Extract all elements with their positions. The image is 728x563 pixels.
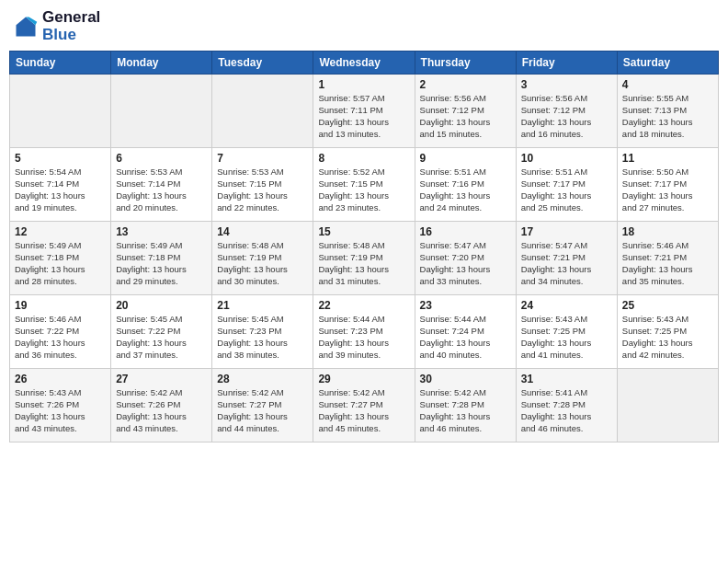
calendar-table: SundayMondayTuesdayWednesdayThursdayFrid… (9, 51, 719, 442)
calendar-week-row: 5Sunrise: 5:54 AMSunset: 7:14 PMDaylight… (10, 148, 719, 222)
calendar-cell: 14Sunrise: 5:48 AMSunset: 7:19 PMDayligh… (212, 222, 313, 295)
calendar-header-row: SundayMondayTuesdayWednesdayThursdayFrid… (10, 52, 719, 75)
calendar-cell: 29Sunrise: 5:42 AMSunset: 7:27 PMDayligh… (313, 369, 415, 442)
day-info: Sunrise: 5:49 AMSunset: 7:18 PMDaylight:… (116, 240, 207, 287)
page-header: General Blue (9, 9, 719, 43)
weekday-header: Wednesday (313, 52, 415, 75)
day-info: Sunrise: 5:47 AMSunset: 7:21 PMDaylight:… (521, 240, 612, 287)
calendar-cell: 21Sunrise: 5:45 AMSunset: 7:23 PMDayligh… (212, 295, 313, 369)
calendar-cell: 23Sunrise: 5:44 AMSunset: 7:24 PMDayligh… (415, 295, 516, 369)
day-number: 16 (420, 225, 511, 238)
weekday-header: Sunday (10, 52, 111, 75)
day-info: Sunrise: 5:51 AMSunset: 7:17 PMDaylight:… (521, 167, 612, 213)
day-number: 26 (15, 373, 106, 385)
calendar-cell: 8Sunrise: 5:52 AMSunset: 7:15 PMDaylight… (313, 148, 415, 222)
calendar-cell: 13Sunrise: 5:49 AMSunset: 7:18 PMDayligh… (111, 222, 212, 295)
calendar-week-row: 19Sunrise: 5:46 AMSunset: 7:22 PMDayligh… (10, 295, 719, 369)
day-info: Sunrise: 5:43 AMSunset: 7:25 PMDaylight:… (521, 314, 612, 361)
day-info: Sunrise: 5:54 AMSunset: 7:14 PMDaylight:… (15, 167, 106, 213)
calendar-cell: 15Sunrise: 5:48 AMSunset: 7:19 PMDayligh… (313, 222, 415, 295)
day-number: 13 (116, 225, 207, 238)
calendar-cell: 31Sunrise: 5:41 AMSunset: 7:28 PMDayligh… (516, 369, 617, 442)
logo-icon (13, 14, 39, 40)
calendar-cell: 5Sunrise: 5:54 AMSunset: 7:14 PMDaylight… (10, 148, 111, 222)
day-number: 24 (521, 299, 612, 312)
calendar-cell: 24Sunrise: 5:43 AMSunset: 7:25 PMDayligh… (516, 295, 617, 369)
day-number: 29 (318, 373, 409, 385)
day-info: Sunrise: 5:42 AMSunset: 7:27 PMDaylight:… (217, 387, 308, 434)
calendar-cell: 22Sunrise: 5:44 AMSunset: 7:23 PMDayligh… (313, 295, 415, 369)
logo: General Blue (13, 9, 100, 43)
day-info: Sunrise: 5:57 AMSunset: 7:11 PMDaylight:… (318, 93, 409, 140)
calendar-cell: 17Sunrise: 5:47 AMSunset: 7:21 PMDayligh… (516, 222, 617, 295)
calendar-week-row: 26Sunrise: 5:43 AMSunset: 7:26 PMDayligh… (10, 369, 719, 442)
calendar-cell: 4Sunrise: 5:55 AMSunset: 7:13 PMDaylight… (617, 75, 718, 148)
calendar-cell: 19Sunrise: 5:46 AMSunset: 7:22 PMDayligh… (10, 295, 111, 369)
calendar-cell: 25Sunrise: 5:43 AMSunset: 7:25 PMDayligh… (617, 295, 718, 369)
calendar-cell: 10Sunrise: 5:51 AMSunset: 7:17 PMDayligh… (516, 148, 617, 222)
calendar-cell: 26Sunrise: 5:43 AMSunset: 7:26 PMDayligh… (10, 369, 111, 442)
calendar-cell: 11Sunrise: 5:50 AMSunset: 7:17 PMDayligh… (617, 148, 718, 222)
day-info: Sunrise: 5:42 AMSunset: 7:27 PMDaylight:… (318, 387, 409, 434)
day-info: Sunrise: 5:56 AMSunset: 7:12 PMDaylight:… (521, 93, 612, 140)
day-info: Sunrise: 5:41 AMSunset: 7:28 PMDaylight:… (521, 387, 612, 434)
day-number: 2 (420, 78, 511, 91)
day-number: 23 (420, 299, 511, 312)
day-number: 3 (521, 78, 612, 91)
day-info: Sunrise: 5:53 AMSunset: 7:15 PMDaylight:… (217, 167, 308, 213)
calendar-week-row: 12Sunrise: 5:49 AMSunset: 7:18 PMDayligh… (10, 222, 719, 295)
day-info: Sunrise: 5:45 AMSunset: 7:22 PMDaylight:… (116, 314, 207, 361)
day-number: 4 (622, 78, 713, 91)
day-number: 6 (116, 152, 207, 165)
weekday-header: Saturday (617, 52, 718, 75)
weekday-header: Monday (111, 52, 212, 75)
day-number: 30 (420, 373, 511, 385)
day-info: Sunrise: 5:48 AMSunset: 7:19 PMDaylight:… (318, 240, 409, 287)
day-number: 18 (622, 225, 713, 238)
calendar-cell: 2Sunrise: 5:56 AMSunset: 7:12 PMDaylight… (415, 75, 516, 148)
calendar-cell: 30Sunrise: 5:42 AMSunset: 7:28 PMDayligh… (415, 369, 516, 442)
day-info: Sunrise: 5:45 AMSunset: 7:23 PMDaylight:… (217, 314, 308, 361)
calendar-week-row: 1Sunrise: 5:57 AMSunset: 7:11 PMDaylight… (10, 75, 719, 148)
calendar-cell: 20Sunrise: 5:45 AMSunset: 7:22 PMDayligh… (111, 295, 212, 369)
day-info: Sunrise: 5:42 AMSunset: 7:28 PMDaylight:… (420, 387, 511, 434)
calendar-cell: 1Sunrise: 5:57 AMSunset: 7:11 PMDaylight… (313, 75, 415, 148)
day-number: 10 (521, 152, 612, 165)
calendar-cell: 3Sunrise: 5:56 AMSunset: 7:12 PMDaylight… (516, 75, 617, 148)
day-info: Sunrise: 5:44 AMSunset: 7:23 PMDaylight:… (318, 314, 409, 361)
weekday-header: Thursday (415, 52, 516, 75)
day-info: Sunrise: 5:44 AMSunset: 7:24 PMDaylight:… (420, 314, 511, 361)
day-info: Sunrise: 5:43 AMSunset: 7:25 PMDaylight:… (622, 314, 713, 361)
day-info: Sunrise: 5:50 AMSunset: 7:17 PMDaylight:… (622, 167, 713, 213)
day-info: Sunrise: 5:52 AMSunset: 7:15 PMDaylight:… (318, 167, 409, 213)
day-info: Sunrise: 5:56 AMSunset: 7:12 PMDaylight:… (420, 93, 511, 140)
day-number: 27 (116, 373, 207, 385)
calendar-cell: 6Sunrise: 5:53 AMSunset: 7:14 PMDaylight… (111, 148, 212, 222)
day-info: Sunrise: 5:46 AMSunset: 7:22 PMDaylight:… (15, 314, 106, 361)
day-number: 12 (15, 225, 106, 238)
calendar-cell: 28Sunrise: 5:42 AMSunset: 7:27 PMDayligh… (212, 369, 313, 442)
day-number: 5 (15, 152, 106, 165)
weekday-header: Friday (516, 52, 617, 75)
calendar-cell (111, 75, 212, 148)
calendar-cell: 7Sunrise: 5:53 AMSunset: 7:15 PMDaylight… (212, 148, 313, 222)
day-number: 9 (420, 152, 511, 165)
day-info: Sunrise: 5:51 AMSunset: 7:16 PMDaylight:… (420, 167, 511, 213)
day-number: 15 (318, 225, 409, 238)
day-number: 7 (217, 152, 308, 165)
weekday-header: Tuesday (212, 52, 313, 75)
calendar-cell (212, 75, 313, 148)
day-info: Sunrise: 5:49 AMSunset: 7:18 PMDaylight:… (15, 240, 106, 287)
calendar-cell: 18Sunrise: 5:46 AMSunset: 7:21 PMDayligh… (617, 222, 718, 295)
day-number: 1 (318, 78, 409, 91)
day-number: 17 (521, 225, 612, 238)
day-number: 25 (622, 299, 713, 312)
day-number: 21 (217, 299, 308, 312)
day-number: 19 (15, 299, 106, 312)
day-number: 20 (116, 299, 207, 312)
calendar-cell: 27Sunrise: 5:42 AMSunset: 7:26 PMDayligh… (111, 369, 212, 442)
day-info: Sunrise: 5:42 AMSunset: 7:26 PMDaylight:… (116, 387, 207, 434)
day-number: 11 (622, 152, 713, 165)
day-number: 28 (217, 373, 308, 385)
logo-text-line2: Blue (42, 27, 100, 44)
